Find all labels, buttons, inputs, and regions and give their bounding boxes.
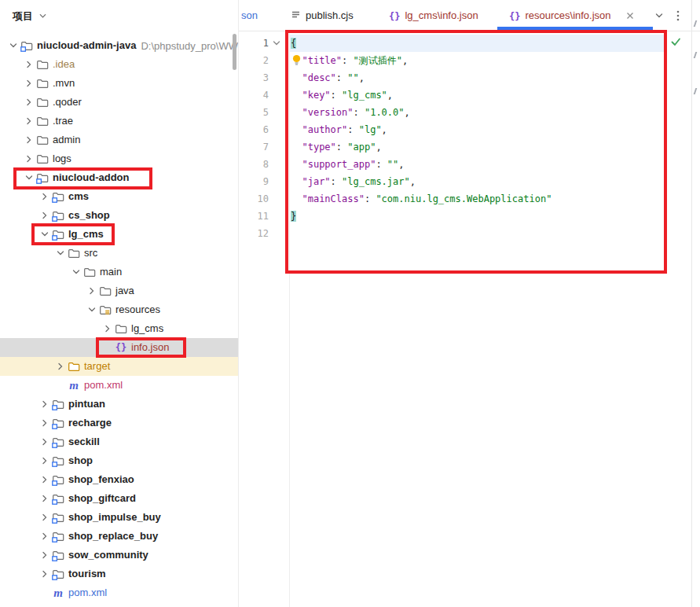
tree-row-admin[interactable]: admin xyxy=(0,131,238,149)
intention-bulb-icon[interactable] xyxy=(291,54,302,66)
json-punctuation: } xyxy=(291,211,296,222)
editor-tab-publish.cjs[interactable]: publish.cjs xyxy=(281,0,374,31)
tree-row-cs_shop[interactable]: cs_shop xyxy=(0,206,238,225)
project-tree-scrollbar[interactable] xyxy=(233,34,236,70)
module-folder-icon xyxy=(52,530,64,543)
inspections-ok-check-icon[interactable] xyxy=(670,36,681,47)
tree-row-src[interactable]: src xyxy=(0,244,238,263)
tree-row-shop[interactable]: shop xyxy=(0,451,238,470)
tree-row-main[interactable]: main xyxy=(0,263,238,281)
chevron-right-icon[interactable] xyxy=(40,473,52,486)
tree-row-lg_cms[interactable]: lg_cms xyxy=(0,319,238,338)
chevron-down-icon[interactable] xyxy=(87,304,99,316)
chevron-right-icon[interactable] xyxy=(40,190,52,203)
chevron-right-icon[interactable] xyxy=(103,322,115,335)
tree-row-niucloud-addon[interactable]: niucloud-addon xyxy=(0,168,238,187)
json-punctuation xyxy=(291,72,302,83)
tree-row-cms[interactable]: cms xyxy=(0,187,238,206)
module-folder-icon xyxy=(52,568,64,580)
chevron-right-icon[interactable] xyxy=(40,417,52,429)
editor-tab-resources-info.json[interactable]: {}resources\info.json xyxy=(497,0,653,31)
tree-row-tourism[interactable]: tourism xyxy=(0,565,238,583)
tree-row-shop_fenxiao[interactable]: shop_fenxiao xyxy=(0,470,238,489)
chevron-down-icon[interactable] xyxy=(654,10,666,23)
tree-row-.qoder[interactable]: .qoder xyxy=(0,93,238,112)
chevron-right-icon[interactable] xyxy=(40,568,52,580)
tree-row-recharge[interactable]: recharge xyxy=(0,414,238,432)
chevron-right-icon[interactable] xyxy=(40,209,52,222)
json-punctuation: : xyxy=(376,159,387,170)
chevron-right-icon[interactable] xyxy=(56,360,68,373)
chevron-right-icon[interactable] xyxy=(24,58,36,71)
chevron-right-icon[interactable] xyxy=(24,77,36,90)
module-folder-icon xyxy=(52,398,64,410)
chevron-down-icon[interactable] xyxy=(56,247,68,259)
chevron-right-icon[interactable] xyxy=(87,285,99,297)
chevron-down-icon[interactable] xyxy=(24,171,36,184)
chevron-down-icon[interactable] xyxy=(9,39,20,52)
json-punctuation: , xyxy=(405,107,410,118)
kebab-menu-icon[interactable] xyxy=(673,9,685,22)
tree-row-.trae[interactable]: .trae xyxy=(0,112,238,131)
json-value: "app" xyxy=(347,142,376,153)
chevron-right-icon[interactable] xyxy=(40,492,52,505)
tree-item-label: .idea xyxy=(53,55,75,74)
chevron-right-icon[interactable] xyxy=(24,96,36,109)
chevron-down-icon[interactable] xyxy=(40,228,52,241)
chevron-right-icon[interactable] xyxy=(40,398,52,410)
chevron-right-icon[interactable] xyxy=(24,115,36,127)
chevron-right-icon[interactable] xyxy=(40,530,52,543)
line-number: 5 xyxy=(240,104,269,121)
editor-tab-son[interactable]: son xyxy=(239,0,278,31)
chevron-right-icon[interactable] xyxy=(24,134,36,146)
tree-row-resources[interactable]: resources xyxy=(0,300,238,319)
tree-row-sow_community[interactable]: sow_community xyxy=(0,546,238,565)
json-punctuation: , xyxy=(382,124,387,135)
tree-row-pom.xml[interactable]: mpom.xml xyxy=(0,583,238,602)
active-tab-underline xyxy=(497,27,653,30)
json-punctuation: : xyxy=(365,193,376,204)
chevron-right-icon[interactable] xyxy=(40,549,52,561)
code-line-8: "support_app": "", xyxy=(291,156,405,173)
tree-row-logs[interactable]: logs xyxy=(0,149,238,168)
line-number: 2 xyxy=(240,52,269,69)
chevron-right-icon[interactable] xyxy=(24,153,36,165)
folder-icon xyxy=(83,266,96,278)
tree-row-.idea[interactable]: .idea xyxy=(0,55,238,74)
editor-tab-lg_cms-info.json[interactable]: {}lg_cms\info.json xyxy=(379,0,493,31)
folder-icon xyxy=(36,134,49,146)
maven-icon: m xyxy=(52,587,64,599)
tree-row-.mvn[interactable]: .mvn xyxy=(0,74,238,93)
tree-row-java[interactable]: java xyxy=(0,281,238,300)
file-lines-icon xyxy=(291,9,301,22)
close-icon[interactable] xyxy=(625,11,635,20)
tree-item-label: src xyxy=(84,244,97,263)
tree-row-lg_cms[interactable]: lg_cms xyxy=(0,225,238,244)
json-value: "lg_cms.jar" xyxy=(342,176,410,187)
chevron-right-icon[interactable] xyxy=(40,454,52,467)
json-icon: {} xyxy=(509,10,520,22)
json-value: "lg" xyxy=(359,124,382,135)
tree-item-label: seckill xyxy=(68,432,100,451)
folder-icon xyxy=(99,285,112,297)
chevron-down-icon[interactable] xyxy=(71,266,83,278)
tree-row-target[interactable]: target xyxy=(0,357,238,376)
fold-chevron-down-icon[interactable] xyxy=(272,39,281,48)
chevron-right-icon[interactable] xyxy=(40,436,52,448)
chevron-right-icon[interactable] xyxy=(40,511,52,524)
tree-row-info.json[interactable]: {}info.json xyxy=(0,338,238,357)
json-punctuation: , xyxy=(398,159,404,170)
code-editor[interactable]: 123456789101112 { "title": "测试插件", "desc… xyxy=(239,31,691,607)
tree-row-shop_giftcard[interactable]: shop_giftcard xyxy=(0,489,238,508)
json-punctuation xyxy=(291,142,302,153)
tree-item-label: admin xyxy=(53,131,80,149)
tree-item-label: niucloud-addon xyxy=(53,168,129,187)
code-line-6: "author": "lg", xyxy=(291,121,387,138)
tree-row-seckill[interactable]: seckill xyxy=(0,432,238,451)
project-tool-window: 项目 niucloud-admin-javaD:\phpstudy_pro\WW… xyxy=(0,0,238,607)
tree-row-shop_impulse_buy[interactable]: shop_impulse_buy xyxy=(0,508,238,527)
tree-row-shop_replace_buy[interactable]: shop_replace_buy xyxy=(0,527,238,546)
tree-row-pom.xml[interactable]: mpom.xml xyxy=(0,376,238,395)
tree-row-niucloud-admin-java[interactable]: niucloud-admin-javaD:\phpstudy_pro\WW xyxy=(0,36,238,55)
tree-row-pintuan[interactable]: pintuan xyxy=(0,395,238,414)
